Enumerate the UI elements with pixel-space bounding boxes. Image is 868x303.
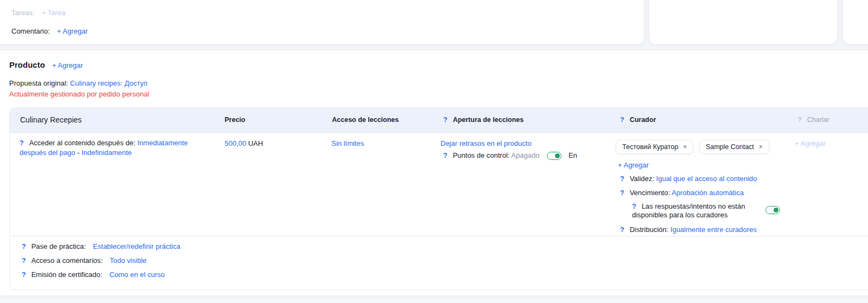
tareas-label: Tareas:	[11, 9, 35, 17]
validity-label: Validez:	[630, 175, 654, 183]
expiration-row: ?Vencimiento: Aprobación automática	[620, 189, 744, 197]
comentario-row: Comentario: + Agregar	[11, 27, 88, 35]
certificate-link[interactable]: Como en el curso	[110, 270, 165, 279]
curator-chip-label: Sample Contact	[706, 143, 754, 151]
help-icon[interactable]: ?	[22, 242, 26, 251]
add-comentario-link[interactable]: + Agregar	[57, 27, 88, 35]
lesson-opening-cell: Dejar retrasos en el producto ?Puntos de…	[441, 139, 577, 160]
answers-hidden-toggle-wrap	[765, 205, 780, 214]
answers-hidden-row: ?Las respuestas/intentos no están dispon…	[632, 202, 750, 220]
propuesta-label: Propuesta original:	[9, 79, 68, 87]
validity-row: ?Validez: Igual que el acceso al conteni…	[620, 175, 757, 183]
content-access-cell: ?Acceder al contenido después de: Inmedi…	[20, 138, 210, 157]
distribution-row: ?Distribución: Igualmente entre curadore…	[620, 225, 757, 234]
add-tarea-link[interactable]: + Tarea	[42, 9, 66, 17]
price-currency: UAH	[248, 139, 263, 147]
propuesta-row: Propuesta original: Culinary recipes: До…	[9, 79, 148, 87]
control-points-label: Puntos de control:	[453, 151, 510, 159]
table-footer: ?Pase de práctica: Establecer/redefinir …	[10, 236, 868, 289]
col-apertura: ?Apertura de lecciones	[443, 116, 524, 124]
col-curador-label: Curador	[630, 116, 656, 124]
delays-link[interactable]: Dejar retrasos en el producto	[441, 139, 532, 147]
help-icon[interactable]: ?	[797, 116, 802, 124]
practice-pass-row: ?Pase de práctica: Establecer/redefinir …	[22, 242, 868, 256]
help-icon[interactable]: ?	[22, 270, 26, 279]
help-icon[interactable]: ?	[620, 116, 624, 124]
control-points-row: ?Puntos de control: Apagado En	[443, 151, 577, 160]
price-cell: 500,00 UAH	[225, 139, 263, 147]
curator-chips: Тестовий Куратор × Sample Contact ×	[616, 140, 773, 154]
control-points-on-label: En	[569, 151, 577, 159]
control-points-toggle[interactable]	[547, 152, 561, 160]
access-indefinitely-link[interactable]: Indefinidamente	[81, 149, 132, 157]
comment-access-link[interactable]: Todo visible	[110, 256, 146, 265]
curator-chip-label: Тестовий Куратор	[622, 143, 678, 151]
col-curador: ?Curador	[620, 116, 656, 124]
distribution-label: Distribución:	[630, 225, 669, 234]
expiration-label: Vencimiento:	[630, 189, 670, 197]
expiration-link[interactable]: Aprobación automática	[672, 189, 744, 197]
top-right-card	[843, 0, 868, 44]
practice-pass-label: Pase de práctica:	[31, 242, 86, 250]
close-icon[interactable]: ×	[759, 143, 763, 151]
distribution-link[interactable]: Igualmente entre curadores	[671, 225, 757, 234]
validity-link[interactable]: Igual que el acceso al contenido	[656, 175, 757, 183]
lesson-access-link[interactable]: Sin límites	[331, 139, 364, 147]
add-curator-row: + Agregar	[618, 161, 649, 169]
access-separator: -	[77, 149, 79, 157]
table-header: Culinary Recepies Precio Acceso de lecci…	[10, 108, 868, 133]
price-value-link[interactable]: 500,00	[225, 139, 246, 147]
comment-access-row: ?Acceso a comentarios: Todo visible	[22, 256, 868, 270]
lesson-access-cell: Sin límites	[331, 139, 364, 147]
comment-access-label: Acceso a comentarios:	[31, 256, 103, 265]
comentario-label: Comentario:	[11, 27, 50, 35]
add-producto-link[interactable]: + Agregar	[52, 61, 83, 69]
managed-warning: Actualmente gestionado por pedido person…	[9, 90, 149, 98]
col-charlar-label: Charlar	[807, 116, 829, 124]
table-body-row: ?Acceder al contenido después de: Inmedi…	[10, 133, 868, 236]
close-icon[interactable]: ×	[683, 143, 687, 151]
tareas-row: Tareas: + Tarea	[11, 9, 65, 17]
col-precio: Precio	[225, 116, 245, 124]
content-access-label: Acceder al contenido después de:	[29, 139, 136, 147]
help-icon[interactable]: ?	[443, 152, 448, 159]
control-points-off-label: Apagado	[511, 151, 539, 159]
certificate-label: Emisión de certificado:	[31, 270, 103, 279]
help-icon[interactable]: ?	[20, 139, 24, 148]
chat-cell: + Agregar	[795, 139, 826, 147]
curator-cell: Тестовий Куратор × Sample Contact × + Ag…	[616, 133, 800, 236]
certificate-row: ?Emisión de certificado: Como en el curs…	[22, 270, 868, 285]
top-left-card: Tareas: + Tarea Comentario: + Agregar	[0, 0, 644, 44]
col-charlar: ?Charlar	[797, 116, 829, 124]
help-icon[interactable]: ?	[443, 116, 448, 124]
producto-header: Producto + Agregar	[9, 60, 83, 69]
producto-section: Producto + Agregar Propuesta original: C…	[0, 50, 868, 296]
curator-chip[interactable]: Тестовий Куратор ×	[616, 140, 693, 154]
top-middle-card	[649, 0, 838, 44]
help-icon[interactable]: ?	[620, 189, 624, 197]
col-apertura-label: Apertura de lecciones	[453, 116, 524, 124]
add-chat-link[interactable]: + Agregar	[795, 139, 826, 147]
product-table: Culinary Recepies Precio Acceso de lecci…	[9, 107, 868, 290]
help-icon[interactable]: ?	[620, 175, 624, 183]
help-icon[interactable]: ?	[22, 256, 26, 265]
producto-title: Producto	[9, 60, 45, 69]
curator-chip[interactable]: Sample Contact ×	[699, 140, 769, 154]
col-acceso-lecciones: Acceso de lecciones	[332, 116, 399, 124]
product-title-link[interactable]: Culinary Recepies	[20, 115, 82, 124]
help-icon[interactable]: ?	[632, 202, 636, 211]
help-icon[interactable]: ?	[620, 226, 624, 234]
answers-hidden-label: Las respuestas/intentos no están disponi…	[632, 202, 745, 219]
add-curator-link[interactable]: + Agregar	[618, 161, 649, 169]
practice-pass-link[interactable]: Establecer/redefinir práctica	[93, 242, 180, 250]
answers-hidden-toggle[interactable]	[765, 206, 780, 214]
propuesta-link[interactable]: Culinary recipes: Доступ	[70, 79, 148, 87]
